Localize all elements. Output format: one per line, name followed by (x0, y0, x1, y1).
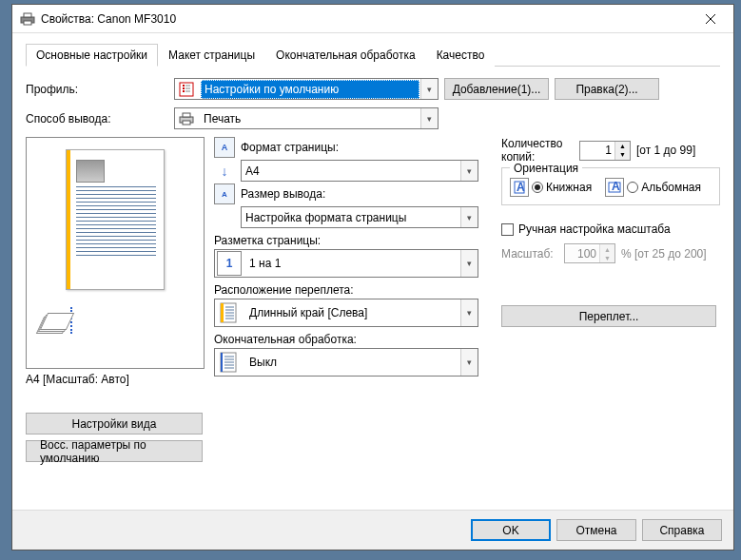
output-label: Способ вывода: (26, 112, 168, 126)
output-value: Печать (200, 110, 420, 127)
close-button[interactable] (690, 6, 731, 32)
arrow-down-icon: ↓ (214, 164, 235, 179)
orientation-legend: Ориентация (510, 162, 582, 175)
chevron-down-icon: ▾ (460, 299, 478, 326)
page-layout-label: Разметка страницы: (214, 234, 492, 247)
titlebar: Свойства: Canon MF3010 (12, 5, 733, 33)
binding-value: Длинный край [Слева] (245, 304, 460, 321)
printer-icon (20, 12, 35, 26)
finishing-label: Окончательная обработка: (214, 333, 492, 346)
profile-value: Настройки по умолчанию (201, 80, 419, 99)
page-layout-value: 1 на 1 (245, 255, 460, 272)
chevron-down-icon: ▾ (420, 108, 438, 128)
svg-rect-6 (183, 85, 185, 87)
svg-rect-23 (221, 353, 223, 372)
orientation-fieldset: Ориентация A Книжная A Альбомная (501, 167, 720, 205)
svg-rect-7 (183, 87, 185, 89)
svg-text:A: A (612, 182, 620, 193)
orientation-landscape[interactable]: A Альбомная (605, 178, 701, 197)
output-size-label: Размер вывода: (241, 187, 325, 201)
preview-column: A4 [Масштаб: Авто] Настройки вида Восс. … (26, 137, 205, 462)
profile-icon (177, 80, 196, 99)
chevron-down-icon: ▾ (460, 161, 478, 181)
page-layout-combo[interactable]: 1 1 на 1 ▾ (214, 249, 478, 278)
profile-label: Профиль: (26, 83, 168, 96)
properties-dialog: Свойства: Canon MF3010 Основные настройк… (11, 4, 734, 550)
page-size-label: Формат страницы: (241, 141, 339, 154)
output-row: Способ вывода: Печать ▾ (26, 107, 720, 129)
thumbnail-icon (76, 160, 105, 183)
radio-checked-icon (532, 182, 543, 193)
layout-icon: 1 (217, 251, 242, 276)
svg-rect-2 (24, 21, 31, 25)
binding-icon (217, 300, 242, 325)
page-size-combo[interactable]: A4 ▾ (241, 160, 478, 182)
preview-caption: A4 [Масштаб: Авто] (26, 373, 205, 386)
edit-profile-button[interactable]: Правка(2)... (555, 78, 659, 100)
client-area: Основные настройки Макет страницы Оконча… (12, 33, 733, 472)
tab-strip: Основные настройки Макет страницы Оконча… (26, 43, 720, 67)
svg-rect-1 (24, 13, 31, 17)
page-preview (66, 149, 165, 290)
svg-rect-5 (180, 83, 193, 96)
finishing-value: Выкл (245, 354, 460, 371)
checkbox-icon (501, 223, 514, 236)
chevron-down-icon: ▾ (460, 207, 478, 227)
print-icon (177, 109, 196, 128)
cancel-button[interactable]: Отмена (556, 519, 636, 541)
stack-icon (40, 307, 72, 334)
svg-rect-16 (221, 303, 224, 322)
main-area: A4 [Масштаб: Авто] Настройки вида Восс. … (26, 137, 720, 462)
right-column: Количество копий: ▲▼ [от 1 до 99] Ориент… (501, 137, 720, 462)
output-size-combo[interactable]: Настройка формата страницы ▾ (241, 206, 478, 228)
restore-defaults-button[interactable]: Восс. параметры по умолчанию (26, 440, 203, 462)
preview-box (26, 137, 205, 369)
profile-row: Профиль: Настройки по умолчанию ▾ Добавл… (26, 78, 720, 100)
svg-rect-8 (183, 90, 185, 92)
window-title: Свойства: Canon MF3010 (41, 12, 690, 26)
chevron-down-icon: ▾ (460, 250, 478, 277)
add-profile-button[interactable]: Добавление(1)... (444, 78, 549, 100)
radio-icon (627, 182, 638, 193)
help-button[interactable]: Справка (642, 519, 722, 541)
copies-label: Количество копий: (501, 137, 574, 164)
close-icon (706, 14, 715, 24)
profile-combo[interactable]: Настройки по умолчанию ▾ (174, 78, 439, 100)
portrait-icon: A (510, 178, 529, 197)
output-combo[interactable]: Печать ▾ (174, 107, 439, 129)
tab-layout[interactable]: Макет страницы (158, 44, 265, 67)
svg-text:A: A (517, 181, 525, 194)
binding-button[interactable]: Переплет... (501, 305, 716, 327)
settings-column: A Формат страницы: ↓ A4 ▾ A Размер вывод… (214, 137, 492, 462)
page-size-value: A4 (242, 163, 460, 180)
ok-button[interactable]: OK (471, 519, 551, 541)
binding-combo[interactable]: Длинный край [Слева] ▾ (214, 299, 478, 327)
copies-range: [от 1 до 99] (636, 144, 695, 157)
view-settings-button[interactable]: Настройки вида (26, 413, 203, 434)
bottom-bar: OK Отмена Справка (12, 510, 733, 550)
svg-rect-14 (183, 121, 190, 125)
scale-input (565, 246, 599, 261)
page-size-icon: A (214, 137, 235, 158)
orientation-portrait[interactable]: A Книжная (510, 178, 592, 197)
chevron-down-icon: ▾ (460, 349, 478, 376)
tab-finishing[interactable]: Окончательная обработка (265, 44, 426, 67)
tab-quality[interactable]: Качество (426, 44, 496, 67)
binding-label: Расположение переплета: (214, 283, 492, 297)
svg-rect-13 (183, 113, 190, 117)
finishing-combo[interactable]: Выкл ▾ (214, 348, 478, 377)
scale-spinner: ▲▼ (564, 243, 615, 263)
output-size-value: Настройка формата страницы (242, 209, 460, 226)
landscape-icon: A (605, 178, 624, 197)
manual-scale-checkbox[interactable]: Ручная настройка масштаба (501, 222, 671, 236)
finishing-icon (217, 350, 242, 375)
output-size-icon: A (214, 183, 235, 204)
scale-label: Масштаб: (501, 247, 558, 261)
copies-input[interactable] (580, 143, 614, 158)
spinner-arrows[interactable]: ▲▼ (614, 142, 630, 160)
copies-spinner[interactable]: ▲▼ (579, 141, 631, 161)
tab-basic[interactable]: Основные настройки (26, 44, 158, 67)
chevron-down-icon: ▾ (420, 79, 438, 99)
scale-suffix: % [от 25 до 200] (621, 247, 707, 261)
